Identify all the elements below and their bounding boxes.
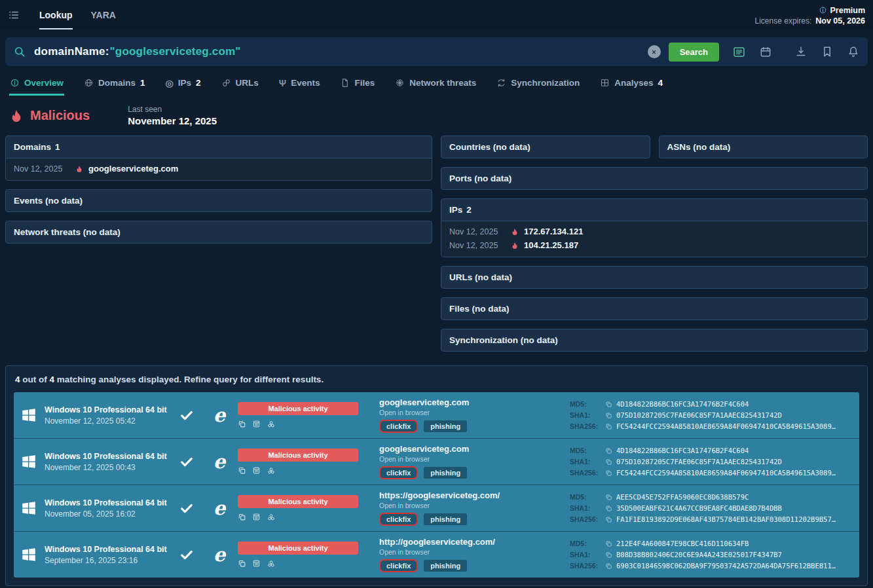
- copy-hash-icon[interactable]: [605, 516, 612, 523]
- clear-search-button[interactable]: [648, 45, 661, 58]
- analysis-row[interactable]: Windows 10 Professional 64 bit September…: [14, 531, 859, 578]
- tab-network-threats[interactable]: Network threats: [394, 74, 477, 96]
- analysis-title[interactable]: http://googleserviceteg.com/: [379, 537, 565, 547]
- report-icon[interactable]: [252, 513, 261, 521]
- analyses-rows: Windows 10 Professional 64 bit November …: [6, 392, 867, 585]
- top-nav: Lookup YARA: [30, 0, 125, 29]
- tag-phishing[interactable]: phishing: [424, 560, 467, 572]
- sha1-row: SHA1: 35D500EABF621C4A67CCB9EA8FC4BDAE8D…: [570, 503, 853, 514]
- bell-icon[interactable]: [847, 45, 860, 58]
- flame-icon: [9, 109, 24, 123]
- copy-icon[interactable]: [238, 420, 246, 428]
- ip-row[interactable]: Nov 12, 2025 104.21.25.187: [449, 238, 859, 252]
- malicious-activity-badge: Malicious activity: [238, 542, 358, 555]
- md5-row: MD5: 4D184822B86BC16FC3A17476B2F4C604: [570, 445, 853, 456]
- windows-icon: [20, 546, 37, 563]
- sha1-row: SHA1: B08D38B802406C20C6E9A4A243E025017F…: [570, 549, 853, 560]
- analysis-title[interactable]: googleserviceteg.com: [379, 444, 565, 454]
- tab-files[interactable]: Files: [339, 74, 375, 96]
- copy-hash-icon[interactable]: [605, 447, 612, 454]
- os-cell: Windows 10 Professional 64 bit November …: [20, 498, 172, 519]
- copy-hash-icon[interactable]: [605, 505, 612, 512]
- biohazard-icon[interactable]: [267, 559, 276, 568]
- panel-title: Domains: [14, 142, 51, 152]
- tag-clickfix[interactable]: clickfix: [379, 420, 418, 433]
- tag-phishing[interactable]: phishing: [424, 420, 467, 432]
- md5-value: 212E4F4A600847E98CBC416D110634FB: [616, 538, 749, 549]
- events-panel: Events (no data): [5, 189, 432, 212]
- ip-value[interactable]: 104.21.25.187: [524, 240, 578, 250]
- verified-check-icon: [172, 547, 201, 562]
- topnav-yara[interactable]: YARA: [91, 0, 116, 29]
- ip-value[interactable]: 172.67.134.121: [524, 227, 583, 236]
- tag-clickfix[interactable]: clickfix: [379, 559, 418, 572]
- search-input[interactable]: domainName: "googleserviceteg.com": [34, 45, 640, 58]
- file-icon: [340, 78, 350, 88]
- tab-analyses[interactable]: Analyses 4: [599, 74, 663, 96]
- report-icon[interactable]: [252, 559, 261, 568]
- os-name: Windows 10 Professional 64 bit: [45, 405, 167, 414]
- query-field-value: "googleserviceteg.com": [110, 45, 241, 58]
- tag-phishing[interactable]: phishing: [424, 513, 467, 525]
- domain-row[interactable]: Nov 12, 2025 googleserviceteg.com: [14, 162, 424, 175]
- md5-label: MD5:: [570, 538, 601, 549]
- os-info: Windows 10 Professional 64 bit November …: [45, 405, 167, 426]
- target-cell: googleserviceteg.com Open in browser cli…: [374, 444, 570, 479]
- tag-clickfix[interactable]: clickfix: [379, 466, 418, 479]
- calendar-icon[interactable]: [759, 45, 772, 58]
- ip-row[interactable]: Nov 12, 2025 172.67.134.121: [449, 225, 859, 238]
- biohazard-icon[interactable]: [267, 466, 276, 475]
- verdict-cell: Malicious activity: [238, 495, 374, 522]
- open-in-browser-label: Open in browser: [379, 548, 565, 556]
- tag-phishing[interactable]: phishing: [424, 467, 467, 479]
- os-info: Windows 10 Professional 64 bit November …: [45, 498, 167, 519]
- menu-icon[interactable]: [8, 9, 20, 21]
- search-button[interactable]: Search: [669, 43, 719, 62]
- analysis-title[interactable]: https://googleserviceteg.com/: [379, 490, 565, 500]
- files-panel-header: Files (no data): [441, 298, 867, 320]
- copy-hash-icon[interactable]: [605, 562, 612, 570]
- analysis-title[interactable]: googleserviceteg.com: [379, 397, 565, 407]
- right-column: Countries (no data) ASNs (no data) Ports…: [441, 136, 868, 360]
- tab-count: 4: [658, 78, 663, 88]
- tab-synchronization[interactable]: Synchronization: [496, 74, 580, 96]
- analysis-row[interactable]: Windows 10 Professional 64 bit November …: [14, 438, 859, 485]
- analysis-row[interactable]: Windows 10 Professional 64 bit November …: [14, 485, 859, 531]
- tab-domains[interactable]: Domains 1: [83, 74, 146, 96]
- network-threats-panel: Network threats (no data): [5, 221, 432, 244]
- topnav-lookup[interactable]: Lookup: [39, 0, 73, 29]
- domain-value[interactable]: googleserviceteg.com: [88, 164, 178, 174]
- biohazard-icon[interactable]: [267, 420, 276, 429]
- license-expires-value: Nov 05, 2026: [815, 16, 865, 26]
- network-web-icon: [395, 78, 405, 88]
- copy-hash-icon[interactable]: [605, 494, 612, 501]
- tab-label: Domains: [98, 78, 136, 88]
- copy-hash-icon[interactable]: [605, 458, 612, 466]
- copy-icon[interactable]: [238, 466, 246, 475]
- sha256-value: FC54244FCC2594A85810AE8659A84F06947410CA…: [616, 421, 836, 432]
- copy-hash-icon[interactable]: [605, 540, 612, 547]
- copy-hash-icon[interactable]: [605, 469, 612, 477]
- copy-hash-icon[interactable]: [605, 423, 612, 430]
- bookmark-icon[interactable]: [821, 45, 834, 58]
- tab-ips[interactable]: ◎ IPs 2: [165, 74, 202, 96]
- summary-text: matching analyses displayed. Refine quer…: [54, 375, 324, 384]
- copy-hash-icon[interactable]: [605, 401, 612, 408]
- analysis-row[interactable]: Windows 10 Professional 64 bit November …: [14, 392, 859, 438]
- download-icon[interactable]: [794, 45, 808, 58]
- tag-clickfix[interactable]: clickfix: [379, 513, 418, 526]
- search-bar: domainName: "googleserviceteg.com" Searc…: [5, 37, 868, 66]
- report-icon[interactable]: [252, 466, 261, 475]
- report-icon[interactable]: [252, 420, 261, 428]
- windows-icon: [20, 453, 37, 470]
- tab-events[interactable]: Ψ Events: [278, 74, 321, 96]
- tab-urls[interactable]: URLs: [221, 74, 259, 96]
- copy-icon[interactable]: [238, 559, 246, 568]
- tab-overview[interactable]: Overview: [9, 74, 64, 96]
- biohazard-icon[interactable]: [267, 513, 276, 522]
- query-list-icon[interactable]: [732, 45, 746, 59]
- copy-hash-icon[interactable]: [605, 412, 612, 419]
- analysis-tags: clickfix phishing: [379, 420, 565, 433]
- copy-hash-icon[interactable]: [605, 551, 612, 559]
- copy-icon[interactable]: [238, 513, 246, 521]
